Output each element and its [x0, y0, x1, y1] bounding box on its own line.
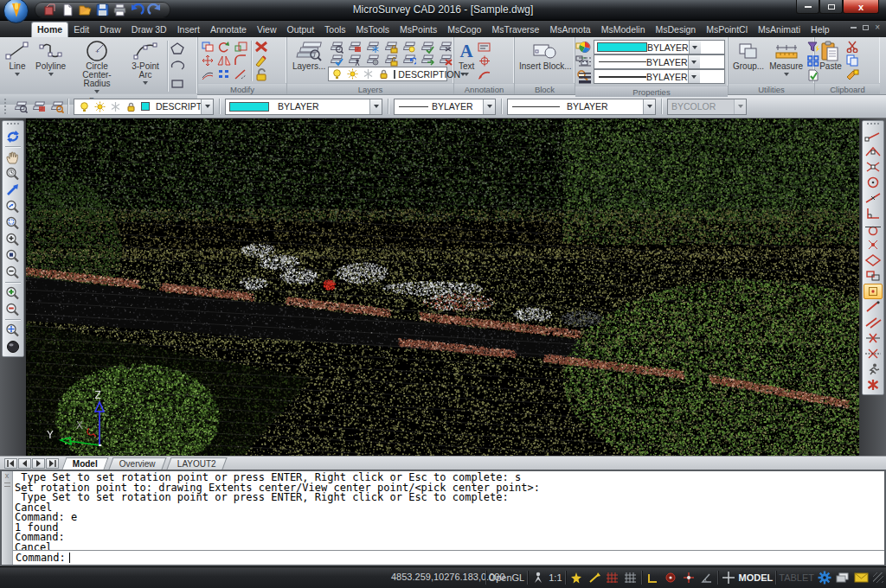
toolbar-grip[interactable]	[4, 99, 9, 114]
scale-icon[interactable]	[233, 41, 248, 54]
ribbon-tab-mstools[interactable]: MsTools	[351, 22, 395, 37]
layer-unlock-icon[interactable]	[382, 53, 398, 66]
ribbon-tab-edit[interactable]: Edit	[68, 22, 94, 37]
layer-bulb-icon[interactable]	[401, 40, 416, 53]
color-wheel-icon[interactable]	[577, 41, 593, 54]
ribbon-tab-mstraverse[interactable]: MsTraverse	[486, 22, 544, 37]
last-tab-button[interactable]	[46, 458, 59, 469]
ribbon-tab-output[interactable]: Output	[282, 22, 320, 37]
layer-off-icon[interactable]	[364, 53, 380, 66]
paste-button[interactable]: Paste	[817, 39, 844, 83]
splitter-icon[interactable]	[4, 483, 10, 487]
ribbon-tab-mspointcl[interactable]: MsPointCl	[701, 22, 753, 37]
snap-node-icon[interactable]	[864, 237, 883, 252]
gear-icon[interactable]	[817, 570, 832, 585]
open-file-icon[interactable]	[78, 3, 93, 16]
annotation-scale[interactable]: 1:1	[549, 572, 562, 583]
toolbar-grip[interactable]	[867, 123, 879, 126]
command-history[interactable]: Type Set to set rotation point or press …	[13, 471, 884, 550]
cut-icon[interactable]	[844, 41, 860, 54]
ribbon-tab-mscogo[interactable]: MsCogo	[442, 22, 486, 37]
snap-apparent-icon[interactable]	[864, 346, 883, 361]
ribbon-tab-mspoints[interactable]: MsPoints	[395, 22, 442, 37]
sheet-tab-overview[interactable]: Overview	[108, 457, 166, 470]
command-input[interactable]: Command:	[13, 550, 884, 565]
group-button[interactable]: Group...	[730, 39, 767, 83]
snap-insertion-icon[interactable]	[864, 268, 883, 284]
render-icon[interactable]	[3, 338, 22, 355]
sheet-tab-model[interactable]: Model	[61, 457, 108, 470]
polar-icon[interactable]	[663, 570, 678, 585]
toolbar-grip[interactable]	[7, 123, 19, 126]
mail-icon[interactable]	[853, 570, 869, 585]
ribbon-tab-draw-3d[interactable]: Draw 3D	[126, 22, 172, 37]
layer-delete-icon[interactable]	[437, 53, 453, 66]
snap-center-icon[interactable]	[864, 175, 883, 190]
unlock-icon[interactable]	[254, 68, 269, 81]
snap-intersection-icon[interactable]	[864, 159, 883, 175]
edit-props-icon[interactable]	[254, 54, 269, 67]
mdi-minimize-icon[interactable]	[851, 27, 857, 29]
array-icon[interactable]	[216, 68, 232, 81]
redo-icon[interactable]	[147, 3, 162, 16]
mdi-window-controls[interactable]: ×	[851, 24, 880, 31]
freeze-icon[interactable]	[360, 67, 376, 80]
linetype-combo[interactable]: BYLAYER	[594, 54, 725, 69]
grid-display-icon[interactable]	[623, 570, 639, 585]
bulb-icon[interactable]	[329, 67, 344, 80]
sun-icon[interactable]	[344, 67, 360, 80]
snap-marker-icon[interactable]	[864, 284, 883, 299]
sun-icon[interactable]	[92, 100, 107, 113]
ribbon-tab-draw[interactable]: Draw	[94, 22, 126, 37]
ribbon-tab-insert[interactable]: Insert	[172, 22, 205, 37]
ribbon-tab-msanimati[interactable]: MsAnimati	[753, 22, 806, 37]
close-icon[interactable]: x	[5, 472, 10, 480]
plot-icon[interactable]	[112, 3, 127, 16]
layer-walk-icon[interactable]	[346, 53, 362, 66]
text-frame-icon[interactable]	[477, 41, 492, 54]
layer-lock-icon[interactable]	[382, 40, 398, 53]
snap-tangent-icon[interactable]	[864, 221, 883, 237]
osnap-icon[interactable]	[681, 570, 697, 585]
snap-none-icon[interactable]	[864, 330, 883, 346]
leader-arc-icon[interactable]	[477, 68, 492, 81]
sheet-tab-layout2[interactable]: LAYOUT2	[166, 457, 227, 470]
mdi-restore-icon[interactable]	[863, 25, 869, 30]
snap-off-icon[interactable]	[864, 377, 883, 393]
chevron-down-icon[interactable]	[688, 55, 700, 68]
zoom-window-icon[interactable]	[3, 214, 22, 231]
rectangle-icon[interactable]	[170, 77, 185, 90]
linetype-icon[interactable]	[577, 55, 593, 68]
lock-icon[interactable]	[376, 67, 391, 80]
person-scale-icon[interactable]	[530, 570, 546, 585]
snap-perpendicular-icon[interactable]	[864, 206, 883, 221]
polyline-button[interactable]: Polyline	[33, 39, 68, 93]
matchprops-icon[interactable]	[844, 68, 860, 81]
freeze-icon[interactable]	[107, 100, 123, 113]
autosnap-icon[interactable]	[568, 570, 584, 585]
layer-find-icon[interactable]	[48, 100, 64, 113]
snap-from-icon[interactable]	[864, 299, 883, 315]
measure-button[interactable]: Measure	[767, 39, 806, 83]
lineweight-combo[interactable]: BYLAYER	[594, 69, 725, 84]
tablet-toggle[interactable]: TABLET	[779, 572, 814, 583]
ortho-icon[interactable]	[645, 570, 660, 585]
first-tab-button[interactable]	[4, 458, 17, 469]
zoom-minus-icon[interactable]	[3, 301, 22, 317]
ribbon-tab-annotate[interactable]: Annotate	[205, 22, 252, 37]
insert-block-button[interactable]: Insert Block...	[517, 39, 575, 83]
crosshair-icon[interactable]	[721, 570, 736, 585]
save-file-icon[interactable]	[95, 3, 110, 16]
chevron-down-icon[interactable]	[201, 99, 213, 114]
copy-icon[interactable]	[200, 41, 215, 54]
linetype-combo-toolbar[interactable]: BYLAYER	[394, 99, 496, 115]
center-mark-icon[interactable]	[477, 54, 492, 67]
snap-grid-icon[interactable]	[605, 570, 620, 585]
layer-combo[interactable]: DESCRIPTION	[328, 67, 447, 81]
open-recent-icon[interactable]	[43, 3, 58, 16]
chevron-down-icon[interactable]	[369, 99, 382, 114]
renderer-label[interactable]: OpenGL	[489, 572, 525, 583]
snap-marker-icon[interactable]	[587, 570, 602, 585]
realtime-pan-icon[interactable]	[3, 182, 22, 198]
chevron-down-icon[interactable]	[688, 70, 700, 83]
